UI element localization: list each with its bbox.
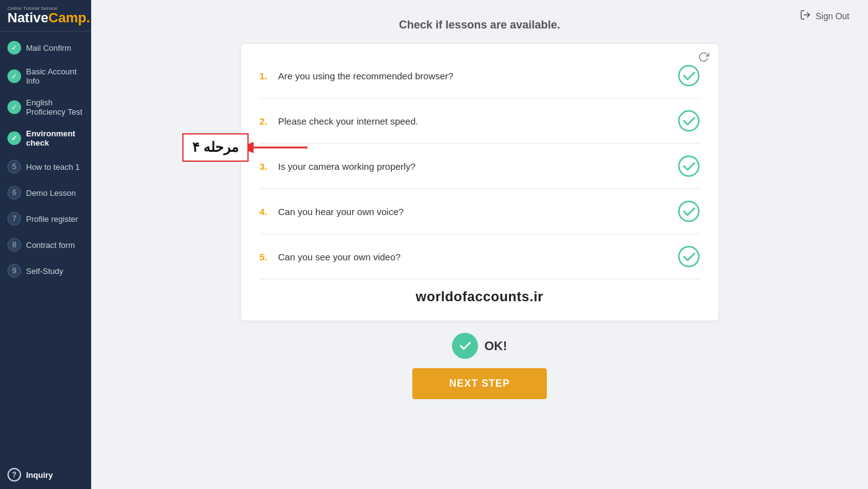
checklist-item-1: 1. Are you using the recommended browser…	[260, 53, 700, 99]
svg-point-5	[679, 247, 699, 267]
step-number-profile-register: 7	[7, 212, 21, 226]
checklist-item-2: 2. Please check your internet speed.	[260, 99, 700, 144]
logo: Online Tutorial Service NativeCamp.	[0, 0, 91, 32]
check-icon-basic: ✓	[7, 69, 21, 83]
sidebar-label-mail-confirm: Mail Confirm	[26, 43, 71, 53]
svg-point-2	[679, 111, 699, 131]
step-number-contract-form: 8	[7, 238, 21, 252]
check-icon-2	[678, 110, 700, 132]
step-number-how-to-teach: 5	[7, 160, 21, 174]
top-bar: Sign Out	[781, 0, 868, 32]
check-icon-3	[678, 155, 700, 177]
sidebar-item-mail-confirm[interactable]: ✓ Mail Confirm	[0, 35, 91, 61]
sidebar-item-environment-check[interactable]: ✓ Environment check	[0, 123, 91, 154]
check-icon-environment: ✓	[7, 131, 21, 145]
check-icon-mail: ✓	[7, 41, 21, 55]
sidebar-nav: ✓ Mail Confirm ✓ Basic Account Info ✓ En…	[0, 32, 91, 460]
sidebar-label-english-proficiency-test: English Proficiency Test	[26, 98, 84, 117]
sign-out-icon	[800, 9, 811, 23]
checklist-card: 1. Are you using the recommended browser…	[241, 44, 719, 320]
sidebar-item-how-to-teach[interactable]: 5 How to teach 1	[0, 154, 91, 180]
check-icon-5	[678, 245, 700, 268]
sidebar-label-demo-lesson: Demo Lesson	[26, 188, 76, 198]
item-text-2: Please check your internet speed.	[278, 116, 678, 126]
sidebar-item-demo-lesson[interactable]: 6 Demo Lesson	[0, 180, 91, 206]
sidebar-item-basic-account-info[interactable]: ✓ Basic Account Info	[0, 61, 91, 92]
sidebar-label-self-study: Self-Study	[26, 267, 63, 276]
svg-point-4	[679, 201, 699, 221]
sidebar-item-contract-form[interactable]: 8 Contract form	[0, 232, 91, 258]
sidebar-item-english-proficiency-test[interactable]: ✓ English Proficiency Test	[0, 92, 91, 123]
sidebar-label-basic-account-info: Basic Account Info	[26, 67, 84, 86]
sidebar-item-profile-register[interactable]: 7 Profile register	[0, 206, 91, 232]
item-text-3: Is your camera working properly?	[278, 161, 678, 172]
item-number-2: 2.	[260, 116, 278, 126]
sidebar: Online Tutorial Service NativeCamp. ✓ Ma…	[0, 0, 91, 489]
item-text-5: Can you see your own video?	[278, 252, 678, 262]
watermark: worldofaccounts.ir	[260, 280, 700, 308]
item-text-1: Are you using the recommended browser?	[278, 71, 678, 81]
item-number-1: 1.	[260, 71, 278, 81]
item-text-4: Can you hear your own voice?	[278, 206, 678, 217]
sidebar-label-inquiry: Inquiry	[26, 470, 53, 480]
sign-out-label[interactable]: Sign Out	[816, 11, 849, 21]
refresh-button[interactable]	[698, 51, 709, 65]
check-icon-4	[678, 200, 700, 222]
item-number-4: 4.	[260, 206, 278, 217]
ok-section: OK!	[452, 333, 507, 359]
check-icon-english: ✓	[7, 100, 21, 114]
check-icon-1	[678, 64, 700, 87]
ok-label: OK!	[484, 339, 507, 353]
sidebar-label-how-to-teach: How to teach 1	[26, 162, 80, 172]
sidebar-item-inquiry[interactable]: ? Inquiry	[0, 460, 91, 489]
sidebar-label-environment-check: Environment check	[26, 129, 84, 148]
page-title: Check if lessons are available.	[104, 19, 856, 32]
svg-point-3	[679, 156, 699, 176]
checklist-item-5: 5. Can you see your own video?	[260, 234, 700, 280]
checklist-item-4: 4. Can you hear your own voice?	[260, 189, 700, 234]
item-number-5: 5.	[260, 252, 278, 262]
main-content: Sign Out Check if lessons are available.…	[91, 0, 868, 489]
annotation-box: مرحله ۴	[182, 133, 249, 162]
sidebar-label-profile-register: Profile register	[26, 214, 78, 224]
sidebar-label-contract-form: Contract form	[26, 240, 75, 250]
ok-check-icon	[452, 333, 478, 359]
logo-native: Native	[7, 10, 48, 25]
svg-point-1	[679, 66, 699, 86]
step-number-self-study: 9	[7, 264, 21, 278]
logo-camp: Camp.	[48, 10, 90, 25]
step-number-demo-lesson: 6	[7, 186, 21, 200]
item-number-3: 3.	[260, 161, 278, 172]
next-step-button[interactable]: NEXT STEP	[412, 368, 547, 399]
sidebar-item-self-study[interactable]: 9 Self-Study	[0, 258, 91, 284]
inquiry-icon: ?	[7, 468, 21, 482]
checklist-item-3: 3. Is your camera working properly?	[260, 144, 700, 189]
